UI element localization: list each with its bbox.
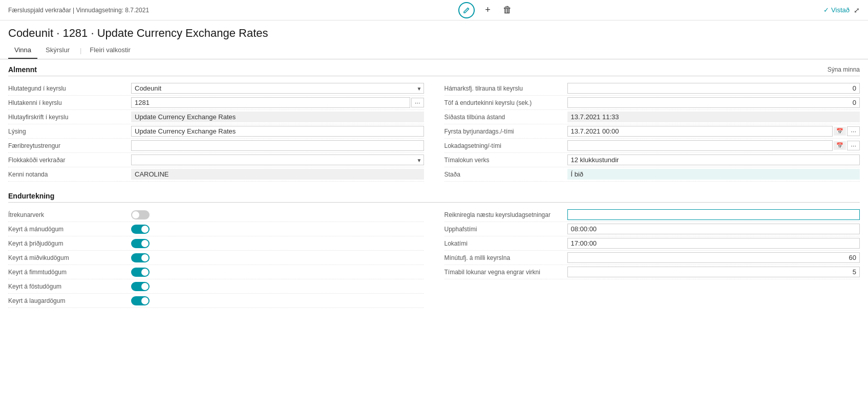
toggle-itrekunarverk[interactable] [131, 210, 150, 219]
label-itrekunarverk: Ítrekunarverk [8, 211, 131, 218]
input-lysing[interactable] [131, 126, 424, 137]
label-fyrsta: Fyrsta byrjunardags./-tími [444, 128, 567, 135]
label-stada: Staða [444, 171, 567, 178]
input-hlutakenni[interactable] [131, 97, 410, 108]
recurrence-left-col: Ítrekunarverk Keyrt á mánudögum Keyrt á … [8, 208, 424, 308]
save-check: ✓ [823, 6, 829, 14]
field-sidasta: Síðasta tilbúna ástand [444, 110, 860, 124]
input-upphafstimi[interactable] [567, 224, 860, 234]
toggle-midvikudogum-wrapper [131, 253, 424, 262]
field-pridjudogum: Keyrt á þriðjudögum [8, 236, 424, 251]
select-flokkakodi[interactable] [131, 155, 424, 165]
label-upphafstimi: Upphafstími [444, 226, 567, 233]
field-upphafstimi: Upphafstími [444, 222, 860, 236]
input-hamarksfj[interactable] [567, 83, 860, 94]
label-tof: Töf á endurtekinni keyrslu (sek.) [444, 99, 567, 106]
breadcrumb: Færsluspjald verkraðar | Vinnudagsetning… [8, 7, 149, 14]
select-hlutategund[interactable]: Codeunit [131, 83, 424, 94]
general-section: Almennt Sýna minna Hlutategund í keyrslu… [0, 59, 868, 186]
general-section-header: Almennt Sýna minna [8, 65, 860, 76]
general-title: Almennt [8, 65, 37, 74]
field-hlutayfirskrift: Hlutayfirskrift í keyrslu [8, 110, 424, 124]
dots-button-fyrsta[interactable]: ··· [847, 126, 860, 136]
tab-fleiri[interactable]: Fleiri valkostir [83, 42, 136, 59]
toggle-knob-pridjudogum [141, 240, 149, 247]
calendar-button-fyrsta[interactable]: 📅 [834, 127, 846, 136]
toggle-fostudogum-wrapper [131, 282, 424, 291]
field-itrekunarverk: Ítrekunarverk [8, 208, 424, 222]
label-flokkakodi: Flokkaköði verkraðar [8, 157, 131, 164]
input-timalokun[interactable] [567, 155, 860, 165]
select-hlutategund-wrapper[interactable]: Codeunit ▼ [131, 83, 424, 94]
field-manudogum: Keyrt á mánudögum [8, 222, 424, 236]
calendar-button-loka[interactable]: 📅 [834, 141, 846, 150]
toolbar-right: ✓ Vistað ⤢ [823, 6, 860, 14]
toggle-knob-fostudogum [141, 283, 149, 290]
expand-button[interactable]: ⤢ [854, 6, 860, 14]
field-stada: Staða [444, 167, 860, 182]
field-hamarksfj: Hámarksfj. tilrauna til keyrslu [444, 81, 860, 96]
input-tof[interactable] [567, 97, 860, 108]
field-fostudogum: Keyrt á föstudögum [8, 279, 424, 294]
tabs-bar: Vinna Skýrslur | Fleiri valkostir [0, 42, 868, 59]
input-stada [567, 169, 860, 180]
tab-skyrslur[interactable]: Skýrslur [39, 42, 76, 59]
toggle-knob-manudogum [141, 226, 149, 233]
input-reikniregla[interactable] [567, 209, 860, 220]
dots-button-hlutakenni[interactable]: ··· [411, 98, 424, 107]
field-laugardogum: Keyrt á laugardögum [8, 294, 424, 308]
input-minutufj[interactable] [567, 252, 860, 263]
general-right-col: Hámarksfj. tilrauna til keyrslu Töf á en… [444, 81, 860, 182]
edit-button[interactable] [458, 2, 475, 18]
input-timabil[interactable] [567, 267, 860, 277]
page-title: Codeunit · 1281 · Update Currency Exchan… [8, 27, 860, 40]
field-midvikudogum: Keyrt á miðvikudögum [8, 251, 424, 265]
top-bar: Færsluspjald verkraðar | Vinnudagsetning… [0, 0, 868, 20]
toggle-fimmtudogum[interactable] [131, 268, 150, 277]
toggle-knob-midvikudogum [141, 254, 149, 261]
field-lokatimi: Lokatími [444, 236, 860, 251]
input-hlutakenni-wrapper: ··· [131, 97, 424, 108]
label-midvikudogum: Keyrt á miðvikudögum [8, 254, 131, 261]
tab-divider: | [80, 47, 81, 54]
toggle-fostudogum[interactable] [131, 282, 150, 291]
toggle-manudogum[interactable] [131, 225, 150, 234]
dots-button-loka[interactable]: ··· [847, 141, 860, 150]
recurrence-section: Endurtekning Ítrekunarverk Keyrt á mánud… [0, 186, 868, 312]
select-flokkakodi-wrapper[interactable]: ▼ [131, 155, 424, 165]
input-faeribreytustrengur[interactable] [131, 140, 424, 151]
field-lokadagsetning: Lokadagsetning/-tími 📅 ··· [444, 139, 860, 153]
recurrence-title: Endurtekning [8, 192, 54, 200]
toggle-manudogum-wrapper [131, 225, 424, 234]
input-lokatimi[interactable] [567, 238, 860, 249]
field-tof: Töf á endurtekinni keyrslu (sek.) [444, 96, 860, 110]
label-kenni-notanda: Kenni notanda [8, 171, 131, 178]
input-lokadagsetning[interactable] [567, 140, 833, 151]
save-label: Vistað [831, 6, 850, 14]
field-hlutategund: Hlutategund í keyrslu Codeunit ▼ [8, 81, 424, 96]
add-button[interactable]: + [483, 3, 493, 17]
recurrence-form-grid: Ítrekunarverk Keyrt á mánudögum Keyrt á … [8, 208, 860, 308]
general-left-col: Hlutategund í keyrslu Codeunit ▼ Hlutake… [8, 81, 424, 182]
input-fyrsta[interactable] [567, 126, 833, 137]
toggle-knob-fimmtudogum [141, 269, 149, 276]
toggle-knob-laugardogum [141, 297, 149, 304]
field-flokkakodi: Flokkaköði verkraðar ▼ [8, 153, 424, 167]
input-kenni-notanda [131, 169, 424, 180]
label-fimmtudogum: Keyrt á fimmtudögum [8, 269, 131, 276]
general-action[interactable]: Sýna minna [828, 66, 860, 73]
toggle-knob-itrekunarverk [132, 211, 139, 218]
tab-vinna[interactable]: Vinna [8, 42, 37, 59]
general-form-grid: Hlutategund í keyrslu Codeunit ▼ Hlutake… [8, 81, 860, 182]
toggle-pridjudogum[interactable] [131, 239, 150, 248]
save-link[interactable]: ✓ Vistað [823, 6, 850, 14]
delete-button[interactable]: 🗑 [501, 3, 514, 17]
field-minutufj: Mínútufj. á milli keyrsIna [444, 251, 860, 265]
field-fimmtudogum: Keyrt á fimmtudögum [8, 265, 424, 279]
toggle-laugardogum[interactable] [131, 296, 150, 305]
label-reikniregla: Reikniregla næstu keyrsludagsetningar [444, 211, 567, 218]
toggle-midvikudogum[interactable] [131, 253, 150, 262]
label-pridjudogum: Keyrt á þriðjudögum [8, 240, 131, 247]
field-reikniregla: Reikniregla næstu keyrsludagsetningar [444, 208, 860, 222]
field-kenni-notanda: Kenni notanda [8, 167, 424, 182]
